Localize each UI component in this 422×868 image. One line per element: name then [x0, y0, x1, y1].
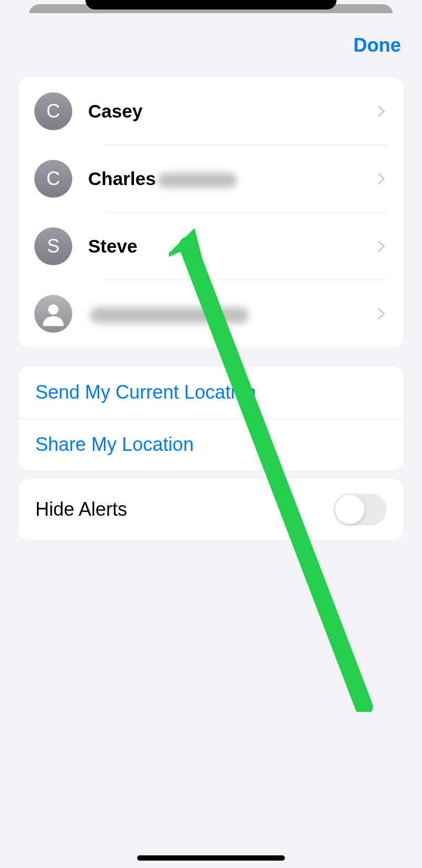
avatar: C: [34, 160, 72, 198]
contact-row[interactable]: C Casey: [18, 78, 404, 145]
contact-name-label: Casey: [88, 101, 375, 122]
chevron-right-icon: [375, 307, 388, 320]
avatar: C: [34, 92, 72, 130]
avatar: [34, 295, 72, 333]
contact-row[interactable]: C Charles: [18, 145, 404, 213]
contact-row[interactable]: S Steve: [18, 213, 404, 280]
switch-knob: [335, 495, 365, 524]
redacted-text: [158, 173, 237, 188]
redacted-text: [90, 307, 248, 323]
hide-alerts-label: Hide Alerts: [35, 498, 127, 520]
send-current-location-button[interactable]: Send My Current Location: [18, 367, 404, 419]
alerts-section: Hide Alerts: [18, 479, 404, 540]
contact-row[interactable]: [18, 280, 404, 348]
location-actions-section: Send My Current Location Share My Locati…: [18, 367, 404, 470]
avatar: S: [34, 227, 72, 265]
modal-sheet: Done C Casey C Charles S Steve: [3, 13, 419, 868]
person-icon: [39, 299, 68, 329]
device-notch: [85, 0, 337, 9]
contact-name-label: Charles: [88, 168, 375, 189]
hide-alerts-row: Hide Alerts: [18, 479, 404, 540]
home-indicator[interactable]: [137, 855, 285, 861]
share-my-location-button[interactable]: Share My Location: [18, 419, 404, 470]
sheet-header: Done: [3, 34, 419, 78]
chevron-right-icon: [375, 240, 388, 253]
chevron-right-icon: [375, 105, 388, 118]
contacts-section: C Casey C Charles S Steve: [18, 78, 404, 348]
done-button[interactable]: Done: [353, 34, 401, 56]
hide-alerts-toggle[interactable]: [334, 494, 387, 525]
chevron-right-icon: [375, 172, 388, 185]
svg-point-0: [48, 304, 59, 315]
contact-name-label: Steve: [88, 236, 375, 257]
contact-name-label: [88, 303, 375, 324]
